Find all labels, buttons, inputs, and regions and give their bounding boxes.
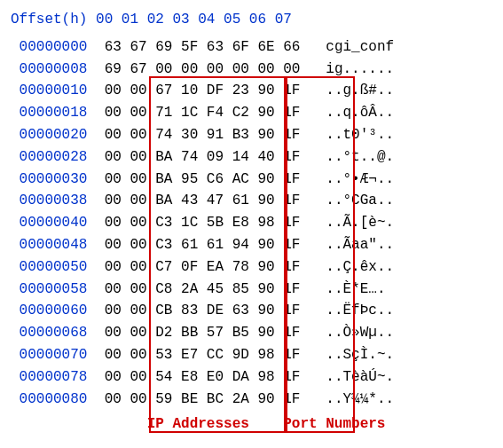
ascii-cell: ..Ãaa".. (300, 237, 394, 253)
offset-cell: 00000030 (11, 171, 87, 187)
ascii-cell: ..Ç.êx.. (300, 259, 394, 275)
offset-cell: 00000008 (11, 61, 87, 77)
ascii-cell: ..È*E…. (300, 281, 385, 297)
ascii-cell: ..°CGa.. (300, 193, 394, 208)
hex-row: 00000048 00 00 C3 61 61 94 90 1F ..Ãaa".… (11, 234, 492, 256)
port-numbers-label: Port Numbers (283, 416, 385, 432)
ip-addresses-label: IP Addresses (147, 416, 249, 432)
ascii-cell: ..Ã.[è~. (300, 215, 394, 231)
hex-bytes: 00 00 53 E7 CC 9D 98 1F (87, 347, 300, 363)
hex-bytes: 69 67 00 00 00 00 00 00 (87, 61, 300, 77)
hex-row: 00000050 00 00 C7 0F EA 78 90 1F ..Ç.êx.… (11, 256, 492, 279)
offset-cell: 00000018 (11, 105, 87, 121)
ascii-cell: ..°•Æ¬.. (300, 171, 394, 187)
offset-cell: 00000050 (11, 259, 87, 275)
hex-row: 00000038 00 00 BA 43 47 61 90 1F ..°CGa.… (11, 190, 492, 212)
hex-bytes: 00 00 74 30 91 B3 90 1F (87, 127, 300, 143)
offset-cell: 00000058 (11, 281, 87, 297)
header-title: Offset(h) (11, 12, 87, 28)
ascii-cell: ..°t..@. (300, 149, 394, 165)
ascii-cell: ..SçÌ.~. (300, 347, 394, 363)
hex-bytes: 00 00 C7 0F EA 78 90 1F (87, 259, 300, 275)
hex-bytes: 00 00 C8 2A 45 85 90 1F (87, 281, 300, 297)
annotation-labels: IP Addresses Port Numbers (11, 413, 492, 436)
offset-cell: 00000048 (11, 237, 87, 253)
offset-cell: 00000068 (11, 325, 87, 341)
hex-bytes: 00 00 BA 74 09 14 40 1F (87, 149, 300, 165)
ascii-cell: ig...... (300, 61, 394, 77)
hex-bytes: 00 00 71 1C F4 C2 90 1F (87, 105, 300, 121)
hex-bytes: 00 00 BA 95 C6 AC 90 1F (87, 171, 300, 187)
hex-bytes: 00 00 C3 1C 5B E8 98 1F (87, 215, 300, 231)
hex-row: 00000068 00 00 D2 BB 57 B5 90 1F ..Ò»Wµ.… (11, 322, 492, 344)
hex-bytes: 00 00 67 10 DF 23 90 1F (87, 83, 300, 98)
ascii-cell: ..TèàÚ~. (300, 369, 394, 385)
ascii-cell: ..ËfÞc.. (300, 303, 394, 318)
hex-row: 00000010 00 00 67 10 DF 23 90 1F ..g.ß#.… (11, 80, 492, 102)
offset-cell: 00000060 (11, 303, 87, 318)
hex-row: 00000018 00 00 71 1C F4 C2 90 1F ..q.ôÂ.… (11, 102, 492, 124)
hex-row: 00000030 00 00 BA 95 C6 AC 90 1F ..°•Æ¬.… (11, 169, 492, 191)
hex-row: 00000020 00 00 74 30 91 B3 90 1F ..t0'³.… (11, 124, 492, 146)
hex-bytes: 00 00 59 BE BC 2A 90 1F (87, 391, 300, 407)
hex-row: 00000040 00 00 C3 1C 5B E8 98 1F ..Ã.[è~… (11, 212, 492, 234)
offset-cell: 00000080 (11, 391, 87, 407)
ascii-cell: ..g.ß#.. (300, 83, 394, 98)
ascii-cell: ..q.ôÂ.. (300, 105, 394, 121)
hex-row: 00000078 00 00 54 E8 E0 DA 98 1F ..TèàÚ~… (11, 366, 492, 389)
hex-row: 00000028 00 00 BA 74 09 14 40 1F ..°t..@… (11, 146, 492, 169)
hex-row: 00000060 00 00 CB 83 DE 63 90 1F ..ËfÞc.… (11, 300, 492, 322)
hex-row: 00000008 69 67 00 00 00 00 00 00 ig.....… (11, 59, 492, 81)
hex-row: 00000000 63 67 69 5F 63 6F 6E 66 cgi_con… (11, 36, 492, 59)
hex-row: 00000080 00 00 59 BE BC 2A 90 1F ..Y¾¼*.… (11, 389, 492, 411)
hex-bytes: 00 00 C3 61 61 94 90 1F (87, 237, 300, 253)
header-cols: 00 01 02 03 04 05 06 07 (87, 12, 291, 28)
hex-bytes: 00 00 D2 BB 57 B5 90 1F (87, 325, 300, 341)
hex-bytes: 63 67 69 5F 63 6F 6E 66 (87, 39, 300, 55)
offset-cell: 00000070 (11, 347, 87, 363)
hex-bytes: 00 00 CB 83 DE 63 90 1F (87, 303, 300, 318)
offset-cell: 00000028 (11, 149, 87, 165)
offset-cell: 00000020 (11, 127, 87, 143)
ascii-cell: ..Y¾¼*.. (300, 391, 394, 407)
hex-row: 00000058 00 00 C8 2A 45 85 90 1F ..È*E…. (11, 279, 492, 301)
ascii-cell: cgi_conf (300, 39, 394, 55)
offset-cell: 00000078 (11, 369, 87, 385)
hex-bytes: 00 00 BA 43 47 61 90 1F (87, 193, 300, 208)
offset-cell: 00000038 (11, 193, 87, 208)
hex-dump-body: 00000000 63 67 69 5F 63 6F 6E 66 cgi_con… (11, 36, 492, 411)
hex-bytes: 00 00 54 E8 E0 DA 98 1F (87, 369, 300, 385)
ascii-cell: ..t0'³.. (300, 127, 394, 143)
header-row: Offset(h) 00 01 02 03 04 05 06 07 (11, 9, 492, 31)
offset-cell: 00000010 (11, 83, 87, 98)
offset-cell: 00000000 (11, 39, 87, 55)
ascii-cell: ..Ò»Wµ.. (300, 325, 394, 341)
hex-row: 00000070 00 00 53 E7 CC 9D 98 1F ..SçÌ.~… (11, 344, 492, 366)
offset-cell: 00000040 (11, 215, 87, 231)
